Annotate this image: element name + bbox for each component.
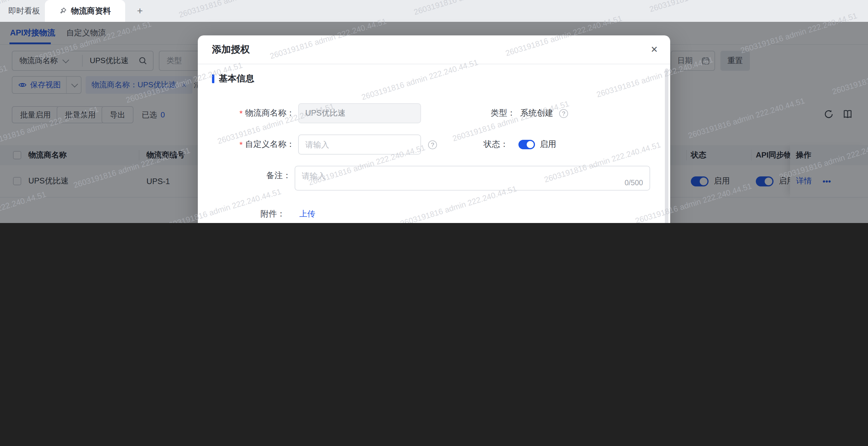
app-window: 即时看板 物流商资料 + API对接物流 自定义物流 物流商名称 (0, 0, 868, 223)
attachment-label: 附件： (198, 204, 285, 223)
top-tab-bar: 即时看板 物流商资料 + (0, 0, 868, 22)
provider-name-input (298, 103, 421, 123)
form-row-remark: 备注： 0/500 (198, 166, 670, 191)
upload-link[interactable]: 上传 (299, 209, 315, 219)
custom-name-input[interactable] (298, 135, 421, 155)
remark-textarea[interactable] (294, 166, 650, 191)
close-icon[interactable]: ✕ (648, 43, 661, 56)
tab-label: 物流商资料 (71, 6, 111, 16)
type-label: 类型： (452, 103, 516, 123)
modal-header: 添加授权 ✕ (198, 35, 670, 64)
status-switch[interactable] (519, 140, 535, 149)
pin-icon (59, 7, 67, 15)
form-row-provider: *物流商名称： 类型： 系统创建 ? (198, 103, 670, 123)
add-tab-button[interactable]: + (132, 4, 148, 19)
status-label: 状态： (452, 135, 508, 155)
question-circle-icon[interactable]: ? (428, 140, 437, 149)
form-row-attachment: 附件： 上传 (198, 204, 670, 223)
tab-dashboard[interactable]: 即时看板 (8, 0, 40, 22)
form-row-custom-name: *自定义名称： ? 状态： 启用 (198, 135, 670, 155)
modal-title: 添加授权 (212, 44, 250, 56)
section-basic-info: 基本信息 (212, 73, 254, 84)
tab-logistics-profile[interactable]: 物流商资料 (45, 0, 125, 22)
provider-label: *物流商名称： (198, 103, 294, 123)
remark-label: 备注： (198, 166, 291, 186)
modal-scrollbar[interactable] (665, 68, 669, 223)
add-authorization-modal: 添加授权 ✕ 基本信息 *物流商名称： 类型： 系统创建 ? *自定义名称： ?… (198, 35, 670, 223)
custom-name-label: *自定义名称： (198, 135, 294, 155)
remark-counter: 0/500 (624, 179, 643, 187)
question-circle-icon[interactable]: ? (559, 109, 568, 118)
status-value: 启用 (540, 139, 556, 150)
type-value: 系统创建 (520, 108, 553, 118)
